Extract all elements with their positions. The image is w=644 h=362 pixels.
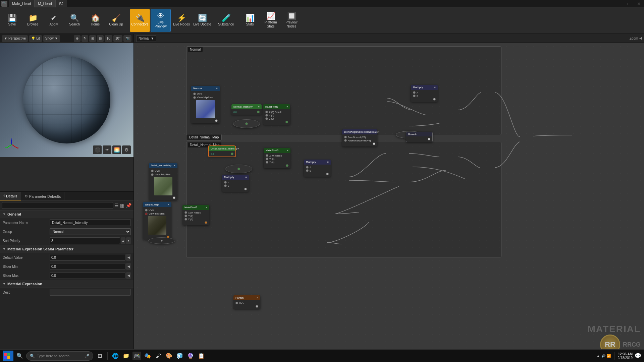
browse-button[interactable]: 📁 Browse <box>23 9 43 32</box>
weight-map-uv-dot[interactable] <box>145 209 148 212</box>
multiply1-b-dot[interactable] <box>413 95 416 97</box>
multiply3-a-dot[interactable] <box>224 181 227 184</box>
taskbar-marmo-icon[interactable]: 🔮 <box>186 352 195 360</box>
node-graph-canvas[interactable]: Normal Detail_Normal_Map Detail_Normal_M… <box>134 43 644 349</box>
vp-rotate-btn[interactable]: ↻ <box>82 35 88 42</box>
detail-normal-intensity-close[interactable]: × <box>237 147 239 150</box>
makefloat3-2-x-dot[interactable] <box>266 154 268 157</box>
multiply1-a-dot[interactable] <box>413 91 416 94</box>
detail-texture-viewmip-dot[interactable] <box>151 173 154 176</box>
reroute2-node[interactable]: Reroute <box>406 132 433 142</box>
makefloat3-1-x-dot[interactable] <box>265 111 268 113</box>
texture-normal-node[interactable]: Normal × UVs View MipBias <box>191 86 220 123</box>
weight-map-close[interactable]: × <box>168 203 169 206</box>
details-list-btn[interactable]: ☰ <box>114 203 119 208</box>
tab-sj[interactable]: SJ <box>56 0 67 7</box>
default-value-btn[interactable]: ◀ <box>126 254 131 261</box>
vp-perspective-btn[interactable]: ▼ Perspective <box>2 35 28 42</box>
makefloat3-2-z-dot[interactable] <box>266 161 268 164</box>
previewnodes-button[interactable]: 🔲 Preview Nodes <box>281 9 302 32</box>
scalar-section-header[interactable]: ▼ Material Expression Scalar Parameter <box>0 245 133 253</box>
slider-max-input[interactable]: 0.0 <box>50 272 125 279</box>
blend-angle-out-dot[interactable] <box>373 142 375 145</box>
vp-camera-btn[interactable]: 📷 <box>123 35 131 42</box>
liveupdate-button[interactable]: 🔄 Live Update <box>192 9 212 32</box>
multiply2-a-dot[interactable] <box>306 166 309 169</box>
connectors-button[interactable]: 🔌 Connectors <box>130 9 150 32</box>
livepreview-button[interactable]: 👁 Live Preview <box>151 9 171 32</box>
multiply3-close[interactable]: × <box>245 176 247 179</box>
makefloat3-3-x-dot[interactable] <box>184 211 187 214</box>
taskbar-ps-icon[interactable]: 🎨 <box>165 352 173 360</box>
detail-normal-intensity-node[interactable]: Detail_Normal_Intensity × 0.0 <box>209 146 235 157</box>
taskbar-zbrush-icon[interactable]: 🖌 <box>154 352 163 360</box>
details-filter-btn[interactable]: ▦ <box>120 203 124 208</box>
vp-show-btn[interactable]: Show ▼ <box>43 35 60 42</box>
sort-priority-down[interactable]: ▼ <box>126 237 131 244</box>
param-defaults-tab[interactable]: ⚙ Parameter Defaults <box>21 192 65 200</box>
detail-texture-uv-dot[interactable] <box>151 170 154 172</box>
green-dot-2[interactable] <box>237 168 240 170</box>
makefloat3-1-y-dot[interactable] <box>265 114 268 117</box>
makefloat3-1-out-dot[interactable] <box>285 121 288 123</box>
weight-map-viewmip-dot[interactable] <box>145 213 148 215</box>
vp-settings-btn[interactable]: ⚙ <box>122 145 131 154</box>
vp-angle-val[interactable]: 10° <box>113 35 122 42</box>
clock[interactable]: 12:36 AM 2/18/2019 <box>618 352 633 360</box>
taskbar-view-btn[interactable]: ⊞ <box>95 352 104 360</box>
texture-normal-out-dot[interactable] <box>215 119 218 122</box>
multiply2-out-dot[interactable] <box>326 173 329 175</box>
green-dot-1[interactable] <box>245 122 248 125</box>
makefloat3-2-y-dot[interactable] <box>266 158 268 160</box>
multiply3-b-dot[interactable] <box>224 184 227 187</box>
multiply2-close[interactable]: × <box>327 161 329 164</box>
slider-max-btn[interactable]: ◀ <box>126 272 131 279</box>
detail-texture-node[interactable]: Detail_NormalMap × UVs View MipBias <box>149 163 177 200</box>
taskbar-explorer-icon[interactable]: 📁 <box>122 352 130 360</box>
apply-button[interactable]: ✔ Apply <box>44 9 64 32</box>
taskbar-other-icon[interactable]: 📋 <box>197 352 206 360</box>
search-button[interactable]: 🔍 Search <box>64 9 85 32</box>
tray-arrow[interactable]: ▲ <box>597 354 600 358</box>
normal-intensity-node[interactable]: Normal_Intensity × 0.0 <box>231 104 262 115</box>
texture-normal-viewmip-dot[interactable] <box>193 96 196 99</box>
makefloat3-1-close[interactable]: × <box>286 105 288 108</box>
slider-min-input[interactable]: 0.0 <box>50 263 125 270</box>
tray-speaker[interactable]: 🔊 <box>601 354 605 358</box>
makefloat3-3-close[interactable]: × <box>206 206 207 209</box>
multiply2-b-dot[interactable] <box>306 169 309 172</box>
group-select[interactable]: Normal <box>50 228 131 235</box>
multiply1-out-dot[interactable] <box>433 98 436 101</box>
save-button[interactable]: 💾 Save <box>2 9 22 32</box>
taskbar-sp-icon[interactable]: 🧊 <box>175 352 184 360</box>
weight-map-node[interactable]: Weight_Map × UVs View MipBias <box>143 202 171 240</box>
detail-texture-close[interactable]: × <box>174 164 175 167</box>
multiply3-out-dot[interactable] <box>244 188 247 190</box>
detail-texture-out-dot[interactable] <box>173 196 175 199</box>
cleanup-button[interactable]: 🧹 Clean Up <box>106 9 126 32</box>
taskbar-maya-icon[interactable]: 🎭 <box>143 352 152 360</box>
green-dot-2-node[interactable] <box>225 165 252 173</box>
small-reroute-dot[interactable] <box>161 240 163 242</box>
close-button[interactable]: ✕ <box>634 0 644 7</box>
multiply1-close[interactable]: × <box>434 86 436 89</box>
slider-min-btn[interactable]: ◀ <box>126 263 131 270</box>
action-center-icon[interactable]: 💬 <box>635 353 641 359</box>
general-section-header[interactable]: ▼ General <box>0 210 133 218</box>
makefloat3-3-z-dot[interactable] <box>184 218 187 221</box>
livenodes-button[interactable]: ⚡ Live Nodes <box>171 9 192 32</box>
sort-priority-up[interactable]: ▲ <box>121 237 125 244</box>
makefloat3-3-node[interactable]: MakeFloat3 × X (0) Result Y (0) Z (0) <box>182 205 209 225</box>
vp-sphere-btn[interactable]: ⚫ <box>93 145 102 154</box>
home-button[interactable]: 🏠 Home <box>85 9 105 32</box>
makefloat3-2-out-dot[interactable] <box>286 164 288 167</box>
makefloat3-2-close[interactable]: × <box>287 149 288 152</box>
tray-network[interactable]: 📶 <box>607 354 611 358</box>
vp-snap-val[interactable]: 10 <box>105 35 112 42</box>
taskbar-search-icon[interactable]: 🔍 <box>15 352 24 360</box>
tab-male-head[interactable]: Male_Head <box>9 0 35 7</box>
blend-angle-close[interactable]: × <box>378 130 379 133</box>
reroute2-out-dot[interactable] <box>428 138 430 140</box>
normal-intensity-out-dot[interactable] <box>257 111 260 113</box>
taskbar-edge-icon[interactable]: 🌐 <box>111 352 120 360</box>
